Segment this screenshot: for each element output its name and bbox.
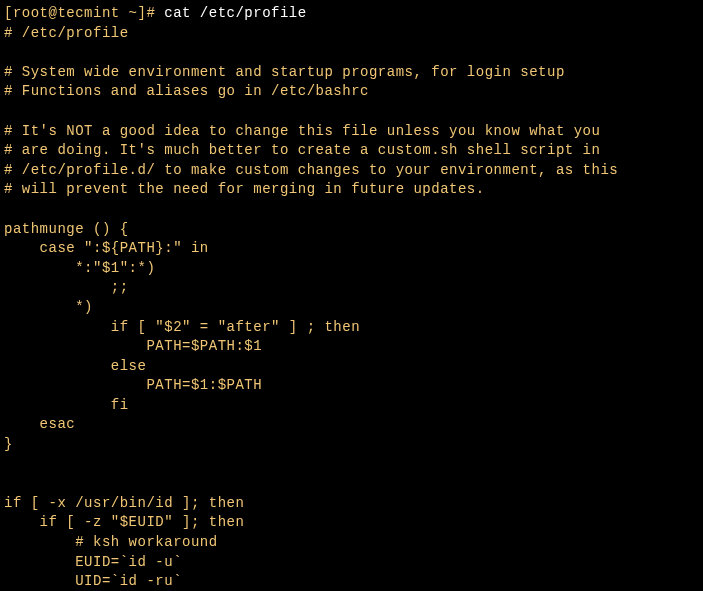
prompt-text: [root@tecmint ~]# [4,5,164,21]
shell-prompt: [root@tecmint ~]# cat /etc/profile [4,5,307,21]
output-line: # are doing. It's much better to create … [4,142,600,158]
command-text: cat /etc/profile [164,5,306,21]
output-line: if [ "$2" = "after" ] ; then [4,319,360,335]
output-line: EUID=`id -u` [4,554,182,570]
output-line: } [4,436,13,452]
output-line: if [ -x /usr/bin/id ]; then [4,495,244,511]
output-line: PATH=$1:$PATH [4,377,262,393]
output-line: *:"$1":*) [4,260,155,276]
output-line: pathmunge () { [4,221,129,237]
output-line: fi [4,397,129,413]
output-line: UID=`id -ru` [4,573,182,589]
terminal-output[interactable]: [root@tecmint ~]# cat /etc/profile # /et… [4,4,699,591]
output-line: case ":${PATH}:" in [4,240,209,256]
output-line: else [4,358,146,374]
output-line: *) [4,299,93,315]
output-line: # ksh workaround [4,534,218,550]
output-line: # System wide environment and startup pr… [4,64,565,80]
output-line: if [ -z "$EUID" ]; then [4,514,244,530]
output-line: esac [4,416,75,432]
output-line: PATH=$PATH:$1 [4,338,262,354]
output-line: # will prevent the need for merging in f… [4,181,485,197]
output-line: ;; [4,279,129,295]
output-line: # Functions and aliases go in /etc/bashr… [4,83,369,99]
output-line: # It's NOT a good idea to change this fi… [4,123,600,139]
output-line: # /etc/profile [4,25,129,41]
output-line: # /etc/profile.d/ to make custom changes… [4,162,618,178]
